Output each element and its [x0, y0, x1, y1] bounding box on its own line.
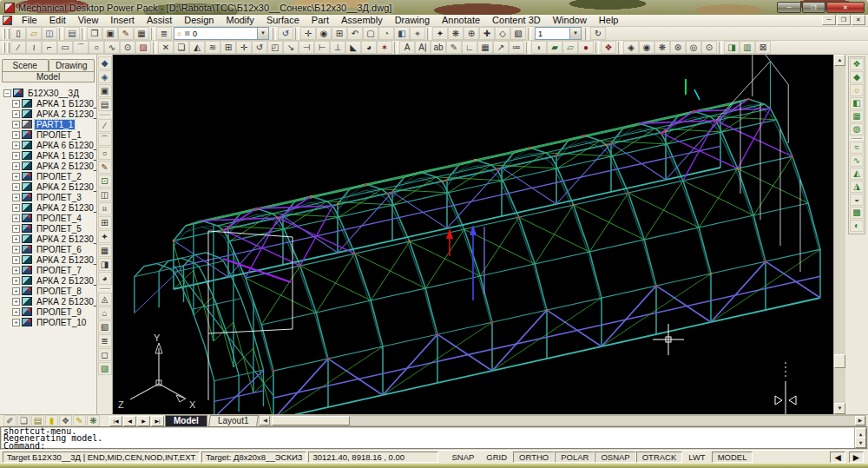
next-tab-button[interactable]: ▶ [137, 416, 150, 426]
expand-icon[interactable]: + [12, 142, 20, 149]
offset-button[interactable]: ≋ [205, 41, 220, 54]
child-close-button[interactable]: ✕ [852, 15, 865, 25]
erase-button[interactable]: ✕ [158, 41, 174, 54]
lights-button[interactable]: ☼ [850, 84, 864, 96]
tree-item-пролет-3[interactable]: +ПРОЛЕТ_3 [0, 192, 96, 202]
shade-mode-button[interactable]: ◧ [394, 27, 410, 40]
menu-content-3d[interactable]: Content 3D [486, 15, 547, 26]
toggle-visibility-button[interactable]: ◻ [98, 348, 112, 361]
ellipse-button[interactable]: ⊙ [120, 41, 135, 54]
command-line[interactable]: shortcut-menu. [3, 428, 852, 435]
lineweight-combo[interactable]: 1▾ [535, 27, 582, 40]
zoom-previous-button[interactable]: ↶ [347, 27, 363, 40]
expand-icon[interactable]: + [12, 319, 20, 326]
sketch-arc-button[interactable]: ⌒ [98, 133, 112, 146]
new-part-button[interactable]: ◆ [98, 56, 112, 69]
expand-icon[interactable]: + [12, 298, 20, 306]
expand-icon[interactable]: + [12, 308, 20, 316]
toolbar-grip[interactable] [3, 29, 5, 39]
array-button[interactable]: ⊞ [220, 41, 236, 54]
undo-button[interactable]: ↺ [278, 27, 293, 40]
minimize-button[interactable]: ─ [777, 2, 801, 13]
tree-item-part1-1[interactable]: +PART1_1 [0, 119, 96, 129]
maximize-button[interactable]: ❐ [802, 2, 825, 13]
menu-edit[interactable]: Edit [43, 15, 72, 26]
expand-icon[interactable]: + [12, 267, 20, 274]
layout1-tab[interactable]: Layout1 [208, 415, 258, 426]
materials-button[interactable]: ◧ [850, 97, 864, 109]
command-scrollbar[interactable]: ▲ ▼ [854, 428, 866, 448]
scroll-up-icon[interactable]: ▲ [834, 55, 845, 66]
background-button[interactable]: ◍ [850, 123, 864, 135]
scroll-down-icon[interactable]: ▼ [834, 403, 845, 414]
scale-button[interactable]: ◰ [267, 41, 283, 54]
first-tab-button[interactable]: |◀ [109, 416, 122, 426]
tab-model[interactable]: Model [2, 71, 95, 82]
update-assembly-button[interactable]: ▨ [98, 362, 112, 375]
measure-distance-button[interactable]: ◇ [495, 27, 510, 40]
expand-icon[interactable]: + [12, 110, 20, 118]
arc-button[interactable]: ⌒ [73, 41, 89, 54]
toggle-scene-button[interactable]: ◈ [98, 70, 112, 83]
mirror-button[interactable]: ◭ [189, 41, 205, 54]
horizontal-scroll-thumb[interactable] [272, 416, 350, 425]
render-button[interactable]: ❖ [850, 58, 864, 70]
shell-feature-button[interactable]: ◨ [98, 258, 112, 271]
horizontal-scrollbar[interactable]: ◀ ▶ [259, 415, 866, 426]
match-properties-button[interactable]: ✎ [118, 27, 134, 40]
tree-item-пролет-10[interactable]: +ПРОЛЕТ_10 [0, 317, 96, 327]
navigator-button[interactable]: ❖ [59, 415, 72, 426]
render-preferences-button[interactable]: ▩ [850, 207, 864, 219]
tab-drawing[interactable]: Drawing [49, 59, 95, 71]
tree-item-арка-6-б1230-1[interactable]: +АРКА 6 Б1230_1 [0, 140, 96, 150]
toggle-snap[interactable]: SNAP [445, 452, 480, 463]
paste-from-clipboard-button[interactable]: ▣ [102, 27, 118, 40]
zoom-window-button[interactable]: ⊞ [332, 27, 347, 40]
zoom-realtime-button[interactable]: ◉ [316, 27, 332, 40]
chevron-down-icon[interactable]: ▾ [257, 28, 268, 39]
osnap-settings-button[interactable]: ⊕ [464, 27, 479, 40]
highlight-toggle-button[interactable]: ▮ [45, 415, 58, 426]
explode-button[interactable]: ✶ [377, 41, 392, 54]
tree-item-пролет-6[interactable]: +ПРОЛЕТ_6 [0, 244, 96, 254]
pan-realtime-button[interactable]: ✛ [300, 27, 316, 40]
text-style-button[interactable]: ✎ [446, 41, 462, 54]
print-plot-button[interactable]: ▦ [134, 27, 149, 40]
vertical-scrollbar[interactable]: ▲ ▼ [833, 55, 845, 414]
edit-text-button[interactable]: ab [431, 41, 446, 54]
work-axis-button[interactable]: ⌂ [98, 307, 112, 320]
tree-item-арка-2-б1230-7[interactable]: +АРКА 2 Б1230_7 [0, 254, 96, 265]
filter-tree-button[interactable]: ✎ [73, 415, 86, 426]
toggle-osnap[interactable]: OSNAP [595, 452, 635, 463]
revolve-feature-button[interactable]: ✦ [98, 230, 112, 243]
tree-item-пролет-9[interactable]: +ПРОЛЕТ_9 [0, 307, 96, 317]
toolbar-grip[interactable] [7, 29, 10, 39]
table-button[interactable]: ▦ [477, 41, 493, 54]
polyline-button[interactable]: ⌐ [42, 41, 57, 54]
landscape-edit-button[interactable]: ◭ [850, 168, 864, 180]
point-style-button[interactable]: ✚ [479, 27, 495, 40]
fillet-button[interactable]: ◕ [361, 41, 377, 54]
stretch-button[interactable]: ↘ [283, 41, 299, 54]
part-modeling-button[interactable]: ◈ [623, 41, 639, 54]
tree-item-арка-2-б1230-8[interactable]: +АРКА 2 Б1230_8 [0, 275, 96, 286]
dimension-style-button[interactable]: ≔ [509, 41, 524, 54]
expand-icon[interactable]: + [12, 235, 20, 243]
list-object-button[interactable]: ▧ [510, 27, 526, 40]
chevron-down-icon[interactable]: ▾ [569, 28, 581, 39]
landscape-new-button[interactable]: ∿ [850, 155, 864, 167]
spline-button[interactable]: ∿ [104, 41, 120, 54]
extend-button[interactable]: ⊢ [314, 41, 330, 54]
tree-item-пролет-2[interactable]: +ПРОЛЕТ_2 [0, 171, 96, 181]
expand-icon[interactable]: + [12, 131, 20, 139]
work-plane-button[interactable]: ◬ [98, 293, 112, 306]
tree-item-пролет-1[interactable]: +ПРОЛЕТ_1 [0, 129, 96, 140]
menu-window[interactable]: Window [547, 15, 593, 26]
document-icon[interactable] [3, 16, 12, 25]
menu-view[interactable]: View [72, 15, 105, 26]
menu-part[interactable]: Part [306, 15, 335, 26]
add-dimension-button[interactable]: ◫ [98, 188, 112, 201]
menu-modify[interactable]: Modify [220, 15, 260, 26]
expand-icon[interactable]: + [12, 183, 20, 191]
tree-item-арка-1-б1230-1[interactable]: +АРКА 1 Б1230_1 [0, 98, 96, 109]
